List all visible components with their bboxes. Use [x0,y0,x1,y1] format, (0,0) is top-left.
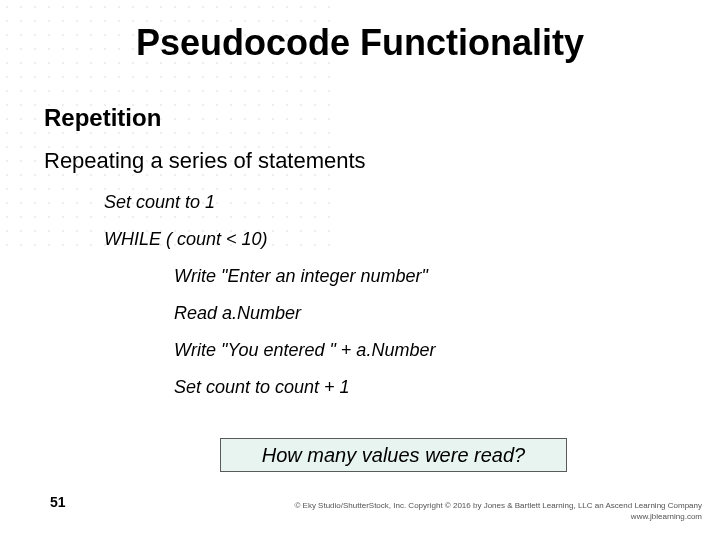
copyright-line-1: © Eky Studio/ShutterStock, Inc. Copyrigh… [294,501,702,511]
slide-container: Pseudocode Functionality Repetition Repe… [0,0,720,540]
code-line-3: Write "Enter an integer number" [174,266,676,287]
code-line-2: WHILE ( count < 10) [104,229,676,250]
lead-text: Repeating a series of statements [44,148,676,174]
slide-title: Pseudocode Functionality [0,0,720,64]
copyright-line-2: www.jblearning.com [294,512,702,522]
code-line-6: Set count to count + 1 [174,377,676,398]
section-subhead: Repetition [44,104,676,132]
code-line-5: Write "You entered " + a.Number [174,340,676,361]
code-line-4: Read a.Number [174,303,676,324]
page-number: 51 [50,494,66,510]
callout-box: How many values were read? [220,438,567,472]
code-line-1: Set count to 1 [104,192,676,213]
slide-content: Repetition Repeating a series of stateme… [0,64,720,398]
copyright-text: © Eky Studio/ShutterStock, Inc. Copyrigh… [294,501,702,522]
